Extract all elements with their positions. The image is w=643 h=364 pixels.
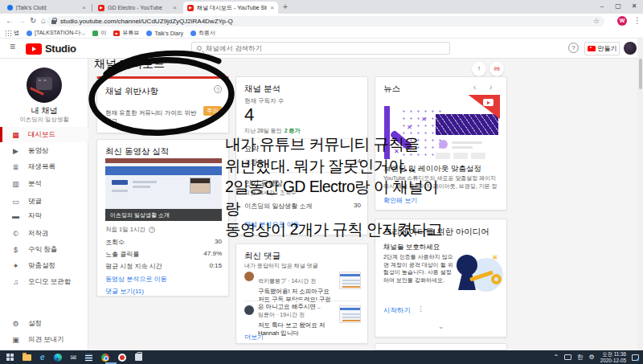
bookmark-favicon [27, 31, 32, 36]
bookmark-youtube[interactable]: ▶ 유튜브 [113, 29, 139, 37]
ideas-desc: 2단계 인증을 사용하지 않으면 계정이 공격 대상이 될 위험성이 높습니다.… [383, 253, 454, 284]
touch-keyboard-icon[interactable] [564, 354, 571, 360]
tab-close-icon[interactable]: × [270, 5, 274, 11]
sidebar-item-analytics[interactable]: ▥ 분석 [0, 176, 88, 191]
clock-date: 2020-12-05 [600, 358, 626, 363]
sidebar-item-feedback[interactable]: ▣ 의견 보내기 [0, 332, 88, 347]
sidebar-item-dashboard[interactable]: ▦ 대시보드 [0, 127, 88, 142]
info-icon[interactable]: ? [149, 227, 155, 233]
news-next-icon[interactable]: › [489, 83, 492, 92]
sidebar-item-comments[interactable]: ▭ 댓글 [0, 194, 88, 209]
news-title: 뉴스 [383, 84, 400, 95]
back-icon[interactable]: ← [6, 14, 14, 28]
see-comments-link[interactable]: 댓글 보기(11) [105, 287, 144, 296]
comment-author-time: 럭키몰몽ブ · 14시간 전 [258, 278, 316, 284]
comments-icon: ▭ [11, 198, 20, 206]
tab-channel-dashboard-active[interactable]: ▶ 채널 대시보드 - YouTube Studi × [183, 2, 278, 14]
action-center-icon[interactable] [632, 354, 639, 361]
channel-handle-label: 이츠딩의 일상생활 [0, 116, 88, 124]
window-close-button[interactable]: ✕ [627, 0, 641, 13]
sidebar-item-copyright[interactable]: © 저작권 [0, 226, 88, 241]
new-tab-button[interactable]: + [283, 2, 288, 11]
window-minimize-button[interactable]: – [595, 0, 609, 13]
sidebar-item-subtitles[interactable]: ▬ 자막 [0, 208, 88, 223]
sidebar-item-videos[interactable]: ▶ 동영상 [0, 143, 88, 158]
internet-explorer-icon[interactable]: e [40, 354, 45, 362]
get-started-link[interactable]: 시작하기 [383, 306, 411, 316]
security-key-illustration: ✳ [452, 253, 503, 297]
studio-account-avatar[interactable] [624, 42, 637, 55]
sidebar-item-settings[interactable]: ⚙ 설정 [0, 316, 88, 331]
commenter-avatar[interactable] [244, 272, 254, 281]
bookmark-talkstation[interactable]: [TALKSTATION-다... [27, 29, 85, 37]
sidebar-item-audio-library[interactable]: ♫ 오디오 보관함 [0, 274, 88, 289]
tab-close-icon[interactable]: × [173, 5, 177, 11]
refresh-icon[interactable]: ↻ [30, 14, 36, 28]
latest-video-title: 최신 동영상 실적 [105, 146, 169, 157]
videos-icon: ▶ [11, 147, 20, 155]
note-line: 위반했대. 뭐가 잘못인거야... [225, 155, 442, 177]
lock-icon [51, 20, 56, 24]
period-label: 처음 1일 1시간 ? [105, 226, 155, 234]
chrome-icon[interactable] [101, 354, 109, 362]
commenter-avatar[interactable] [244, 305, 254, 315]
start-button[interactable] [6, 354, 14, 361]
help-icon[interactable]: ? [568, 43, 579, 53]
video-analytics-link[interactable]: 동영상 분석으로 이동 [105, 275, 166, 284]
scrollbar-thumb[interactable] [639, 59, 642, 89]
comment-video-thumbnail[interactable] [339, 305, 361, 323]
address-bar[interactable]: studio.youtube.com/channel/UCdUZ9jdZyQJ2… [47, 16, 604, 27]
mail-icon[interactable]: ✉ [71, 354, 77, 362]
note-line: 내가 유튜브 커뮤니티 규칙을 [225, 133, 442, 155]
file-explorer-icon[interactable] [23, 354, 31, 361]
browser-toolbar: ← → ↻ ⌂ studio.youtube.com/channel/UCdUZ… [0, 14, 643, 28]
news-prev-icon[interactable]: ‹ [473, 83, 476, 92]
taskbar-clock[interactable]: 오전 11:36 2020-12-05 [600, 351, 626, 363]
browser-profile-avatar[interactable]: W [617, 16, 627, 26]
tab-talks-club[interactable]: [Talk's Club] × [3, 2, 90, 14]
sidebar-item-customization[interactable]: ✦ 맞춤설정 [0, 258, 88, 273]
tray-expand-icon[interactable]: ⌃ [553, 354, 559, 361]
forward-icon[interactable]: → [18, 14, 26, 28]
create-button[interactable]: 만들기 [584, 42, 620, 55]
more-comments-link[interactable]: 더보기 [244, 333, 264, 342]
studio-logo-text[interactable]: Studio [45, 43, 76, 55]
upload-video-button[interactable]: ↑ [472, 62, 486, 76]
home-icon[interactable]: ⌂ [41, 14, 46, 28]
tray-settings-icon[interactable]: ⚙ [589, 354, 595, 361]
create-video-icon [588, 46, 596, 51]
tab-close-icon[interactable]: × [82, 5, 86, 11]
screen: [Talk's Club] × ▶ GD Electro - YouTube ×… [0, 0, 643, 364]
sidebar-item-monetization[interactable]: $ 수익 창출 [0, 242, 88, 257]
edge-icon[interactable] [54, 354, 62, 362]
microsoft-store-icon[interactable] [135, 354, 142, 361]
ime-indicator[interactable]: 한 [577, 354, 584, 362]
youtube-studio-logo-icon[interactable] [26, 43, 42, 55]
card-options-icon[interactable]: ⋮ [417, 305, 424, 313]
comments-subtitle: 내가 응답하지 않은 채널 댓글 [244, 262, 318, 270]
bookmark-choiyongseo[interactable]: 최용서 [190, 29, 215, 37]
tab-title: [Talk's Club] [16, 5, 79, 10]
hamburger-menu-icon[interactable]: ≡ [10, 41, 15, 52]
channel-avatar[interactable] [27, 67, 62, 103]
browser-menu-icon[interactable]: ⋮ [633, 14, 641, 27]
monetization-icon: $ [11, 246, 20, 254]
bookmark-talks-diary[interactable]: Talk's Diary [146, 31, 183, 36]
bookmark-gi[interactable]: 이 [92, 29, 106, 37]
go-live-button[interactable]: ((•)) [489, 62, 504, 76]
window-maximize-button[interactable]: ▢ [611, 0, 625, 13]
comment-author-time: 임윤아 · 19시간 전 [258, 312, 305, 317]
browser-tabstrip: [Talk's Club] × ▶ GD Electro - YouTube ×… [0, 0, 643, 14]
calculator-icon[interactable] [85, 354, 92, 362]
tab-gd-electro[interactable]: ▶ GD Electro - YouTube × [94, 2, 181, 14]
thumbnail-caption: 이츠딩의 일상생활 소개 [105, 209, 222, 221]
video-thumbnail[interactable]: 이츠딩의 일상생활 소개 [105, 158, 222, 221]
comment-video-thumbnail[interactable] [339, 272, 361, 289]
chevron-down-icon[interactable]: ⌄ [438, 322, 444, 330]
pinned-app-icon[interactable] [118, 354, 126, 362]
tab-title: GD Electro - YouTube [108, 5, 170, 10]
sidebar-item-playlists[interactable]: ≣ 재생목록 [0, 159, 88, 174]
apps-shortcut[interactable]: 앱 [5, 29, 19, 37]
bookmark-star-icon[interactable]: ☆ [593, 17, 600, 25]
youtube-favicon: ▶ [187, 5, 194, 11]
